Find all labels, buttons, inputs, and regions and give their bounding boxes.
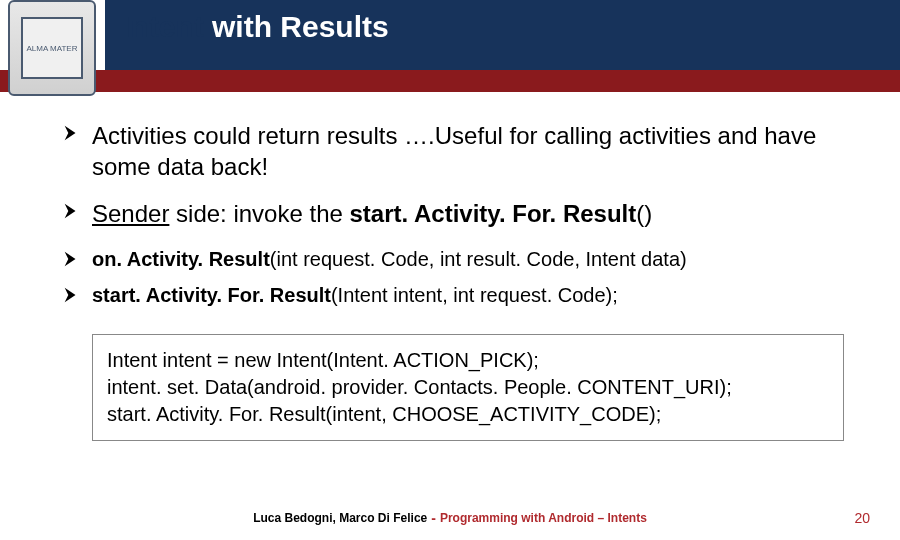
method-name-bold: start. Activity. For. Result xyxy=(92,284,331,306)
method-name-bold: on. Activity. Result xyxy=(92,248,270,270)
chevron-right-icon xyxy=(62,250,84,272)
seal-border: ALMA MATER xyxy=(8,0,96,96)
bullet-item: Sender side: invoke the start. Activity.… xyxy=(62,198,862,229)
chevron-right-icon xyxy=(62,124,84,146)
code-line: intent. set. Data(android. provider. Con… xyxy=(107,374,829,401)
seal-inner: ALMA MATER xyxy=(21,17,83,79)
code-snippet-box: Intent intent = new Intent(Intent. ACTIO… xyxy=(92,334,844,441)
code-line: Intent intent = new Intent(Intent. ACTIO… xyxy=(107,347,829,374)
bullet-item: start. Activity. For. Result(Intent inte… xyxy=(62,282,862,308)
bullet-item: on. Activity. Result(int request. Code, … xyxy=(62,246,862,272)
footer-separator: - xyxy=(427,510,440,526)
bullet-text-span: (int request. Code, int result. Code, In… xyxy=(270,248,687,270)
chevron-right-icon xyxy=(62,202,84,224)
chevron-right-icon xyxy=(62,286,84,308)
method-name-bold: start. Activity. For. Result xyxy=(350,200,637,227)
bullet-item: Activities could return results ….Useful… xyxy=(62,120,862,182)
bullet-text-span: side: invoke the xyxy=(169,200,349,227)
title-rest: with Results xyxy=(204,10,389,43)
bullet-text: start. Activity. For. Result(Intent inte… xyxy=(92,282,618,308)
slide-footer: Luca Bedogni, Marco Di Felice - Programm… xyxy=(0,510,900,526)
bullet-text: on. Activity. Result(int request. Code, … xyxy=(92,246,687,272)
code-line: start. Activity. For. Result(intent, CHO… xyxy=(107,401,829,428)
bullet-text-span: () xyxy=(636,200,652,227)
bullet-text: Activities could return results ….Useful… xyxy=(92,120,862,182)
footer-course: Programming with Android – Intents xyxy=(440,511,647,525)
university-seal: ALMA MATER xyxy=(8,0,96,96)
title-word-intent: Intent xyxy=(122,10,204,43)
slide-content: Activities could return results ….Useful… xyxy=(0,92,900,441)
bullet-text: Sender side: invoke the start. Activity.… xyxy=(92,198,652,229)
bullet-text-span: Activities could return results ….Useful… xyxy=(92,122,816,180)
footer-authors: Luca Bedogni, Marco Di Felice xyxy=(253,511,427,525)
page-number: 20 xyxy=(854,510,870,526)
sender-underline: Sender xyxy=(92,200,169,227)
slide-title: Intent with Results xyxy=(122,10,389,44)
bullet-text-span: (Intent intent, int request. Code); xyxy=(331,284,618,306)
red-accent-bar xyxy=(0,70,900,92)
slide-header: Intent with Results ALMA MATER xyxy=(0,0,900,92)
